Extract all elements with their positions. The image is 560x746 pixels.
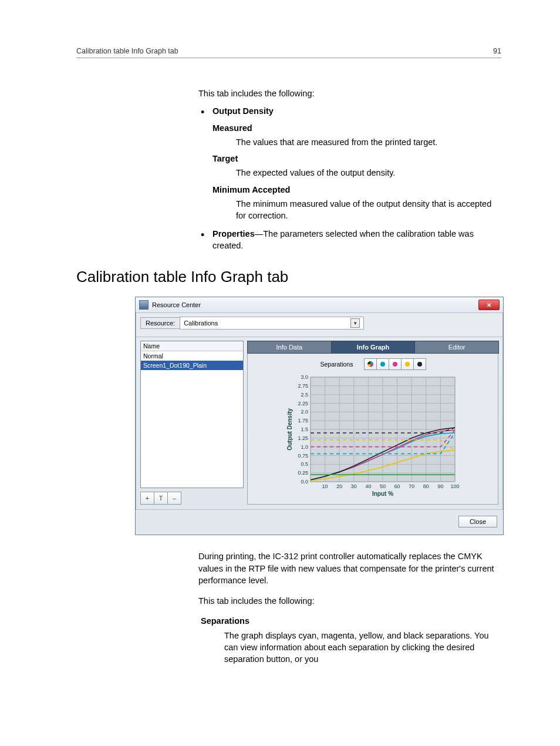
page-header: Calibration table Info Graph tab 91 [76,47,501,58]
list-toolbar: + T – [140,492,244,505]
svg-text:2.75: 2.75 [298,383,308,389]
plus-icon: + [146,495,149,502]
black-dot-icon [417,362,422,367]
separations-heading: Separations [201,615,501,627]
svg-text:1.0: 1.0 [301,444,308,450]
calibrations-list[interactable]: Name Normal Screen1_Dot190_Plain [140,341,244,488]
svg-text:1.25: 1.25 [298,435,308,441]
svg-text:0.25: 0.25 [298,470,308,476]
separations-label: Separations [320,361,353,368]
svg-text:Input %: Input % [372,490,393,497]
svg-text:0.0: 0.0 [301,479,308,485]
svg-text:0.5: 0.5 [301,462,308,468]
svg-text:Output Density: Output Density [286,408,293,451]
svg-text:0.75: 0.75 [298,453,308,459]
svg-text:2.25: 2.25 [298,401,308,406]
resource-select[interactable]: Calibrations ▾ [180,317,364,330]
bullet-list: Output Density Measured The values that … [198,105,501,251]
yellow-dot-icon [405,362,410,367]
after-paragraph-1: During printing, the IC-312 print contro… [198,550,501,586]
separations-body: The graph displays cyan, magenta, yellow… [224,630,501,666]
target-label: Target [212,153,501,164]
chart-panel: Separations 1020304050607080901000.00.25… [247,354,498,505]
resource-center-dialog: Resource Center ✕ Resource: Calibrations… [135,297,504,535]
tab-editor[interactable]: Editor [414,341,499,354]
separation-buttons [364,358,426,370]
svg-text:10: 10 [322,483,328,489]
svg-text:40: 40 [365,483,371,489]
svg-text:1.75: 1.75 [298,418,308,424]
close-button[interactable]: Close [458,516,497,527]
remove-button[interactable]: – [167,492,181,505]
separation-black-button[interactable] [413,358,426,370]
tab-info-data[interactable]: Info Data [247,341,332,354]
window-close-button[interactable]: ✕ [478,300,500,310]
svg-text:60: 60 [394,483,400,489]
measured-text: The values that are measured from the pr… [236,136,501,148]
svg-text:20: 20 [336,483,342,489]
chevron-down-icon: ▾ [350,318,360,328]
svg-text:100: 100 [450,483,459,489]
chart-svg: 1020304050607080901000.00.250.50.751.01.… [285,375,461,498]
tab-info-graph[interactable]: Info Graph [331,341,416,354]
separation-all-button[interactable] [364,358,377,370]
add-button[interactable]: + [140,492,154,505]
svg-text:50: 50 [380,483,386,489]
app-icon [139,300,149,310]
svg-text:2.0: 2.0 [301,409,308,415]
after-paragraph-2: This tab includes the following: [198,595,501,607]
text-icon: T [159,495,163,502]
svg-text:2.5: 2.5 [301,392,308,398]
svg-text:70: 70 [409,483,414,489]
header-left: Calibration table Info Graph tab [76,47,178,55]
intro-text: This tab includes the following: [198,88,501,99]
all-colors-icon [367,361,373,367]
resource-select-value: Calibrations [184,320,218,327]
measured-label: Measured [212,122,501,134]
svg-text:80: 80 [423,483,429,489]
min-accepted-text: The minimum measured value of the output… [236,198,501,222]
header-page-number: 91 [493,47,501,55]
separation-yellow-button[interactable] [401,358,414,370]
tab-bar: Info Data Info Graph Editor [247,341,498,354]
list-item[interactable]: Screen1_Dot190_Plain [141,361,243,370]
separation-cyan-button[interactable] [376,358,389,370]
output-density-label: Output Density [212,106,274,116]
svg-text:30: 30 [351,483,357,489]
rename-button[interactable]: T [154,492,168,505]
separation-magenta-button[interactable] [389,358,402,370]
section-heading: Calibration table Info Graph tab [76,268,501,286]
list-item[interactable]: Normal [141,351,243,361]
min-accepted-label: Minimum Accepted [212,184,501,196]
dialog-titlebar: Resource Center ✕ [136,297,503,313]
list-header: Name [141,341,243,351]
dialog-title: Resource Center [152,301,201,308]
calibration-chart: 1020304050607080901000.00.250.50.751.01.… [252,375,493,498]
cyan-dot-icon [380,362,385,367]
svg-text:3.0: 3.0 [301,375,308,380]
resource-label: Resource: [140,317,180,329]
svg-text:1.5: 1.5 [301,426,308,432]
minus-icon: – [173,495,176,502]
svg-text:90: 90 [437,483,443,489]
properties-label: Properties [212,229,255,238]
target-text: The expected values of the output densit… [236,167,501,179]
magenta-dot-icon [393,362,397,367]
